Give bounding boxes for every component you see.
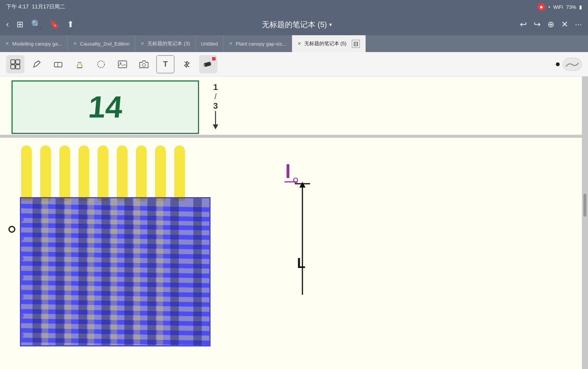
share-button[interactable]: ⬆ (67, 20, 74, 29)
panels-tool[interactable] (6, 55, 24, 73)
bottom-section: I o L (0, 138, 582, 369)
record-indicator: ⏺ (537, 3, 545, 11)
svg-rect-38 (124, 198, 133, 346)
image-tool[interactable] (113, 55, 132, 73)
stick-figure-arrow: L (291, 176, 314, 299)
tabs-bar: ✕ Modelling canopy ga... ✕ Causality_2nd… (0, 35, 588, 52)
bluetooth-tool[interactable] (178, 55, 196, 73)
tab-view-toggle[interactable]: ⊟ (352, 40, 360, 48)
black-circle (8, 226, 15, 233)
image-icon (118, 59, 127, 69)
toolbar: T (0, 52, 588, 77)
tab-label-causality: Causality_2nd_Edition (80, 41, 129, 47)
wifi-icon: WiFi (553, 4, 563, 10)
svg-rect-4 (54, 62, 62, 67)
stroke-style-selector[interactable] (563, 58, 582, 71)
tab-modelling[interactable]: ✕ Modelling canopy ga... (0, 35, 68, 52)
fraction-bottom: 3 (213, 101, 218, 111)
scrollbar[interactable] (582, 77, 588, 369)
blue-rect (20, 197, 211, 346)
close-button[interactable]: ✕ (561, 20, 568, 29)
notebook-title: 无标题的笔记本 (5) (262, 20, 327, 30)
scrollbar-thumb[interactable] (583, 194, 586, 217)
svg-point-8 (98, 61, 105, 68)
tab-label-modelling: Modelling canopy ga... (12, 41, 62, 47)
tab-close-notebook5[interactable]: ✕ (297, 41, 301, 46)
date-display: 11月17日周二 (32, 3, 65, 10)
redo-button[interactable]: ↪ (534, 20, 541, 29)
top-section: 14 1 / 3 (0, 77, 582, 138)
status-left: 下午 4:17 11月17日周二 (6, 3, 65, 10)
tab-untitled[interactable]: Untitled (196, 35, 224, 52)
pen-tool[interactable] (28, 55, 46, 73)
yellow-bar-8 (155, 145, 166, 201)
tab-plant[interactable]: ✕ Plant canopy gap-siz... (224, 35, 292, 52)
title-bar-center: 无标题的笔记本 (5) ▾ (262, 20, 332, 30)
svg-text:I: I (285, 160, 291, 182)
svg-rect-34 (33, 198, 41, 346)
svg-rect-0 (11, 60, 15, 64)
undo-button[interactable]: ↩ (520, 20, 527, 29)
tab-causality[interactable]: ✕ Causality_2nd_Edition (68, 35, 135, 52)
title-bar-right: ↩ ↪ ⊕ ✕ ··· (520, 20, 582, 29)
svg-marker-16 (213, 124, 218, 129)
eraser-icon (53, 59, 63, 69)
green-box-number: 14 (87, 90, 124, 125)
svg-rect-2 (11, 65, 15, 69)
bluetooth-icon (183, 60, 191, 69)
eraser-tool[interactable] (49, 55, 67, 73)
back-button[interactable]: ‹ (6, 20, 9, 29)
bookmark-button[interactable]: 🔖 (49, 20, 59, 29)
tab-close-modelling[interactable]: ✕ (5, 41, 9, 46)
tab-close-plant[interactable]: ✕ (229, 41, 233, 46)
color-dot[interactable] (556, 62, 560, 66)
tab-label-plant: Plant canopy gap-siz... (236, 41, 286, 47)
svg-marker-53 (299, 182, 305, 188)
svg-rect-12 (204, 61, 211, 67)
svg-text:L: L (297, 255, 305, 271)
yellow-bars (21, 145, 185, 201)
status-bar: 下午 4:17 11月17日周二 ⏺ • WiFi 73% ▮ (0, 0, 588, 14)
grid-button[interactable]: ⊞ (16, 20, 23, 29)
yellow-bar-2 (40, 145, 51, 201)
status-right: ⏺ • WiFi 73% ▮ (537, 3, 582, 11)
camera-tool[interactable] (135, 55, 153, 73)
yellow-bar-9 (174, 145, 185, 201)
tab-label-notebook3: 无标题的笔记本 (3) (147, 40, 190, 47)
fraction-slash: / (214, 92, 217, 101)
svg-rect-44 (88, 198, 94, 346)
lasso-icon (96, 59, 106, 69)
more-button[interactable]: ··· (575, 20, 582, 29)
svg-rect-42 (42, 198, 48, 346)
tab-close-notebook3[interactable]: ✕ (140, 41, 144, 46)
yellow-bar-5 (98, 145, 108, 201)
svg-rect-43 (65, 198, 71, 346)
pencil-active-tool[interactable] (199, 55, 217, 73)
yellow-bar-6 (117, 145, 127, 201)
search-button[interactable]: 🔍 (31, 20, 41, 29)
svg-rect-45 (111, 198, 117, 346)
svg-rect-46 (134, 198, 140, 346)
svg-rect-1 (16, 60, 20, 64)
title-bar-left: ‹ ⊞ 🔍 🔖 ⬆ (6, 20, 74, 29)
highlighter-tool[interactable] (70, 55, 89, 73)
camera-icon (139, 59, 149, 69)
tab-notebook5[interactable]: ✕ 无标题的笔记本 (5) ⊟ (292, 35, 366, 52)
tab-notebook3[interactable]: ✕ 无标题的笔记本 (3) (135, 35, 196, 52)
text-tool[interactable]: T (156, 55, 175, 73)
fraction-arrow (210, 111, 221, 130)
tab-close-causality[interactable]: ✕ (73, 41, 77, 46)
green-box: 14 (11, 80, 199, 134)
canvas-area[interactable]: 14 1 / 3 (0, 77, 582, 369)
add-page-button[interactable]: ⊕ (547, 20, 554, 29)
svg-rect-36 (78, 198, 87, 346)
svg-rect-41 (193, 198, 202, 346)
tab-label-untitled: Untitled (201, 41, 218, 47)
svg-rect-47 (157, 198, 163, 346)
svg-point-11 (142, 64, 145, 67)
yellow-bar-1 (21, 145, 32, 201)
blue-scribble (21, 198, 211, 346)
lasso-tool[interactable] (92, 55, 110, 73)
stroke-style-icon (565, 61, 579, 68)
dropdown-arrow[interactable]: ▾ (329, 21, 332, 28)
